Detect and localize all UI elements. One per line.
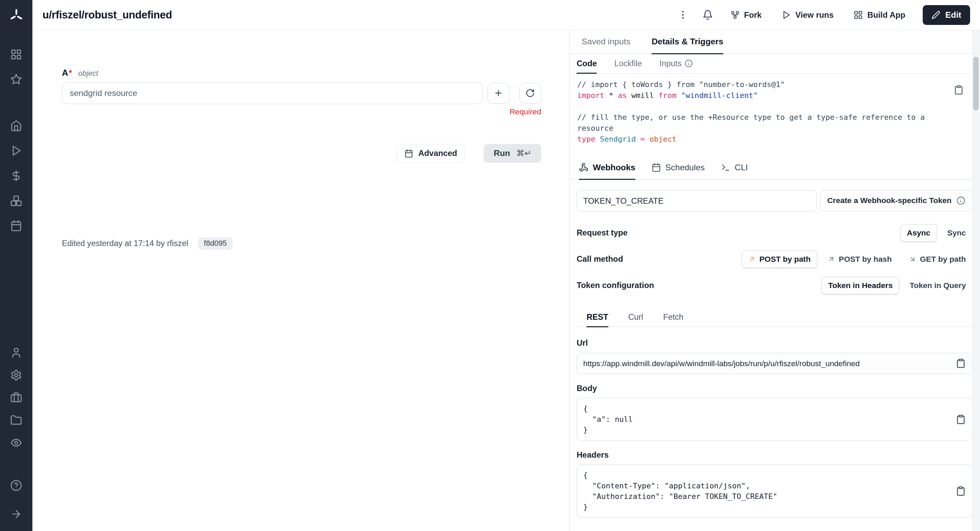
sidebar-item-users[interactable]	[5, 342, 27, 364]
sidebar-item-apps[interactable]	[5, 44, 27, 65]
play-icon	[781, 10, 791, 19]
create-webhook-token-button[interactable]: Create a Webhook-specific Token	[820, 190, 972, 210]
notifications-button[interactable]	[698, 5, 718, 25]
option-post-by-path[interactable]: POST by path	[741, 250, 817, 268]
webhook-url-value: https://app.windmill.dev/api/w/windmill-…	[583, 359, 860, 368]
sidebar-item-workers[interactable]	[5, 387, 27, 408]
boxes-icon	[10, 195, 22, 207]
git-fork-icon	[730, 10, 740, 19]
copy-code-button[interactable]	[954, 85, 964, 95]
dollar-icon	[10, 170, 22, 182]
copy-body-button[interactable]	[956, 414, 966, 424]
folder-icon	[10, 414, 22, 426]
sidebar-item-folders[interactable]	[5, 410, 27, 431]
call-method-label: Call method	[577, 254, 623, 264]
sidebar-item-home[interactable]	[5, 115, 27, 136]
code-viewer[interactable]: // import { toWords } from "number-to-wo…	[570, 74, 972, 153]
code-comment: // import { toWords } from "number-to-wo…	[577, 80, 785, 89]
tab-saved-inputs[interactable]: Saved inputs	[582, 30, 630, 54]
arrow-up-right-icon	[748, 255, 756, 263]
tab-curl[interactable]: Curl	[628, 308, 643, 327]
view-runs-button[interactable]: View runs	[774, 5, 841, 25]
copy-headers-button[interactable]	[956, 486, 966, 496]
advanced-button[interactable]: Advanced	[396, 144, 465, 163]
sidebar-item-resources[interactable]	[5, 190, 27, 211]
tab-inputs-label: Inputs	[659, 59, 682, 68]
tab-schedules-label: Schedules	[665, 163, 705, 172]
code-token: as	[618, 91, 627, 100]
help-circle-icon	[10, 480, 22, 491]
sidebar-item-runs[interactable]	[5, 140, 27, 161]
request-type-row: Request type Async Sync	[577, 224, 972, 242]
code-line: // fill the type, or use the +Resource t…	[577, 112, 948, 134]
version-hash-badge[interactable]: f8d095	[198, 237, 232, 250]
sidebar-item-settings[interactable]	[5, 365, 27, 386]
option-token-in-query[interactable]: Token in Query	[903, 277, 972, 294]
more-options-button[interactable]	[673, 5, 693, 25]
tab-schedules[interactable]: Schedules	[652, 156, 705, 180]
sidebar-item-favorites[interactable]	[5, 69, 27, 90]
token-configuration-group: Token in Headers Token in Query	[821, 277, 972, 294]
fork-button[interactable]: Fork	[723, 5, 769, 25]
webhook-url-field: https://app.windmill.dev/api/w/windmill-…	[577, 353, 972, 374]
windmill-app: u/rfiszel/robust_undefined Fork View run…	[0, 0, 980, 531]
windmill-logo-icon	[9, 8, 24, 23]
tab-webhooks-label: Webhooks	[593, 163, 636, 172]
argument-input[interactable]	[62, 82, 482, 104]
clipboard-icon	[956, 358, 966, 368]
option-get-by-path[interactable]: GET by path	[902, 250, 972, 268]
tab-fetch[interactable]: Fetch	[663, 308, 684, 327]
info-icon	[956, 196, 965, 205]
sidebar-item-variables[interactable]	[5, 165, 27, 187]
option-sync[interactable]: Sync	[941, 224, 972, 242]
build-app-button[interactable]: Build App	[846, 5, 913, 25]
calendar-icon	[10, 220, 22, 232]
star-icon	[10, 73, 22, 85]
code-tabs: Code Lockfile Inputs	[570, 54, 972, 74]
edit-button[interactable]: Edit	[923, 5, 970, 25]
pencil-icon	[932, 11, 940, 19]
clipboard-icon	[956, 414, 966, 424]
tab-inputs[interactable]: Inputs	[659, 54, 693, 74]
code-line: import * as wmill from "windmill-client"	[577, 90, 948, 101]
body-example-block: { "a": null }	[577, 398, 972, 440]
run-shortcut: ⌘↵	[516, 148, 531, 158]
request-type-group: Async Sync	[900, 224, 972, 242]
token-input[interactable]	[577, 190, 817, 211]
code-token: import	[577, 91, 604, 100]
refresh-button[interactable]	[519, 83, 541, 104]
sidebar-item-audit-logs[interactable]	[5, 432, 27, 453]
plus-icon	[494, 88, 503, 97]
scrollbar-thumb[interactable]	[973, 57, 978, 110]
grid-icon	[10, 48, 22, 61]
sidebar-group-admin	[5, 342, 27, 453]
info-icon	[685, 59, 693, 68]
tab-code[interactable]: Code	[577, 54, 597, 74]
layout-grid-icon	[853, 10, 863, 19]
run-button[interactable]: Run ⌘↵	[484, 144, 541, 163]
option-post-by-hash[interactable]: POST by hash	[821, 250, 899, 268]
add-resource-button[interactable]	[488, 83, 509, 104]
tab-cli[interactable]: CLI	[721, 156, 748, 180]
fork-label: Fork	[744, 10, 762, 20]
headers-line: {	[583, 470, 947, 480]
sidebar-item-help[interactable]	[5, 475, 27, 496]
sidebar	[0, 0, 32, 531]
play-icon	[10, 145, 22, 157]
bell-icon	[702, 10, 713, 20]
option-token-in-headers[interactable]: Token in Headers	[821, 277, 899, 294]
build-app-label: Build App	[867, 10, 905, 20]
windmill-logo[interactable]	[8, 8, 25, 24]
option-async[interactable]: Async	[900, 224, 937, 242]
advanced-label: Advanced	[418, 148, 457, 158]
body-line: }	[583, 424, 947, 435]
panel-scrollbar[interactable]	[972, 30, 980, 531]
sidebar-item-schedules[interactable]	[5, 215, 27, 236]
tab-rest[interactable]: REST	[587, 308, 608, 327]
sidebar-expand-button[interactable]	[5, 503, 27, 525]
tab-webhooks[interactable]: Webhooks	[579, 156, 635, 180]
tab-details-triggers[interactable]: Details & Triggers	[652, 30, 723, 54]
sidebar-group-main	[5, 115, 27, 236]
tab-lockfile[interactable]: Lockfile	[614, 54, 642, 74]
copy-url-button[interactable]	[956, 358, 966, 368]
